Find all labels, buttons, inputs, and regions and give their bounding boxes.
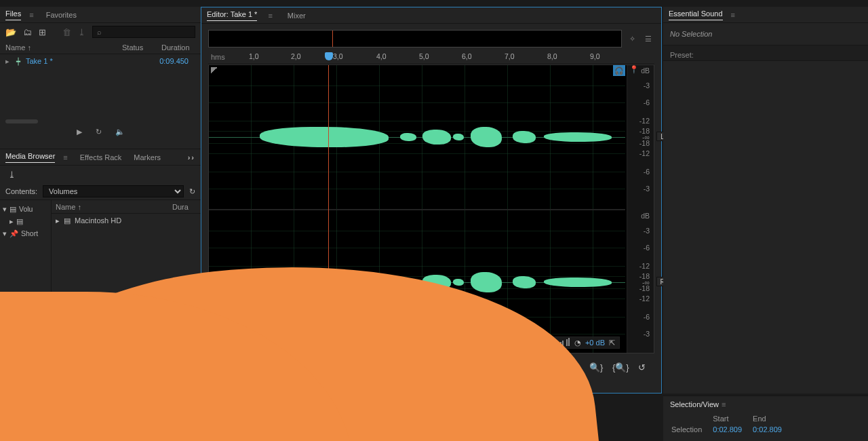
- tab-editor[interactable]: Editor: Take 1 *: [207, 10, 257, 21]
- tab-media-browser[interactable]: Media Browser: [5, 152, 55, 163]
- zoom-out-icon[interactable]: 🔍-: [483, 362, 495, 372]
- preview-play-icon[interactable]: ▶: [77, 366, 82, 375]
- col-name[interactable]: Name ↑: [56, 203, 172, 211]
- playhead-handle[interactable]: [325, 52, 333, 60]
- overflow-icon[interactable]: ››: [188, 153, 195, 161]
- overview-track[interactable]: [208, 30, 622, 47]
- chevron-right-icon[interactable]: ▸: [9, 217, 14, 225]
- tree-node-volumes[interactable]: ▾ ▤ Volu: [3, 203, 48, 215]
- headphones-icon[interactable]: 🎧: [613, 65, 625, 76]
- tree-node-drive[interactable]: ▸ ▤: [3, 215, 48, 227]
- chevron-down-icon[interactable]: ▾: [3, 229, 7, 237]
- file-row[interactable]: ▸ ┿ Take 1 * 0:09.450: [0, 54, 201, 68]
- waveform-icon: ┿: [16, 58, 20, 65]
- go-end-button[interactable]: ▶▎: [353, 362, 366, 372]
- contents-label: Contents:: [5, 187, 37, 195]
- list-item[interactable]: ▸ ▤ Macintosh HD: [52, 214, 201, 227]
- open-file-icon[interactable]: 📂: [5, 27, 16, 37]
- zoom-sel-in-icon[interactable]: {🔍: [566, 362, 578, 372]
- zoom-sel-out-icon[interactable]: 🔍}: [589, 362, 601, 372]
- preview-loop-icon[interactable]: ↻: [96, 128, 102, 136]
- drive-icon: ▤: [16, 217, 23, 225]
- rewind-button[interactable]: ◀◀: [307, 362, 319, 372]
- chevron-right-icon[interactable]: ▸: [56, 216, 60, 225]
- skip-selection-button[interactable]: ⇥⇤: [422, 362, 435, 372]
- preview-loop-icon[interactable]: ↻: [96, 366, 102, 375]
- pause-button[interactable]: ▮▮: [261, 362, 273, 372]
- drive-icon: ▤: [9, 205, 16, 213]
- loop-button[interactable]: ↻: [399, 362, 412, 372]
- hamburger-icon[interactable]: ≡: [731, 11, 735, 19]
- preview-autoplay-icon[interactable]: 🔈: [115, 128, 125, 136]
- gain-indicator[interactable]: ◔ +0 dB ⇱: [553, 337, 620, 349]
- disclosure-icon[interactable]: ▸: [5, 57, 11, 66]
- zoom-sel-icon[interactable]: {🔍}: [612, 362, 625, 372]
- tab-mixer[interactable]: Mixer: [288, 12, 306, 20]
- ruler-tick: 2,0: [291, 52, 301, 60]
- new-file-icon[interactable]: ⊞: [39, 27, 46, 37]
- selection-end[interactable]: 0:02.809: [753, 425, 791, 434]
- open-recent-icon[interactable]: 🗂: [23, 27, 32, 37]
- preset-label: Preset:: [663, 45, 868, 61]
- overview-list-icon[interactable]: ☰: [642, 33, 654, 45]
- stop-button[interactable]: ■: [215, 362, 227, 372]
- col-dur[interactable]: Dura: [172, 203, 197, 211]
- drive-icon: ▤: [64, 216, 71, 225]
- col-duration[interactable]: Duration: [161, 43, 195, 52]
- time-ruler[interactable]: hms 1,0 2,0 3,0 4,0 5,0 6,0 7,0 8,0 9,0: [208, 51, 654, 64]
- col-name[interactable]: Name ↑: [5, 43, 114, 52]
- ruler-tick: 5,0: [419, 52, 429, 60]
- contents-select[interactable]: Volumes: [43, 185, 184, 197]
- hamburger-icon[interactable]: ≡: [268, 12, 272, 20]
- ruler-tick: 7,0: [505, 52, 515, 60]
- tab-files[interactable]: Files: [5, 9, 21, 20]
- ruler-tick: 1,0: [249, 52, 259, 60]
- hamburger-icon[interactable]: ≡: [29, 11, 33, 19]
- level-bars-icon: [558, 338, 570, 347]
- playhead-line[interactable]: [328, 65, 329, 353]
- gain-value: +0 dB: [585, 339, 605, 347]
- trash-icon: 🗑: [62, 27, 71, 37]
- zoom-reset-icon[interactable]: 🔍↺: [506, 357, 518, 377]
- overview-zoom-icon[interactable]: ✧: [626, 33, 638, 45]
- play-button[interactable]: ▶: [238, 362, 250, 372]
- tab-effects-rack[interactable]: Effects Rack: [80, 153, 122, 161]
- file-name: Take 1 *: [26, 57, 151, 65]
- pin-icon: 📌: [9, 229, 18, 238]
- ruler-tick: 9,0: [590, 52, 600, 60]
- ruler-tick: 3,0: [333, 52, 343, 60]
- preview-play-icon[interactable]: ▶: [77, 128, 82, 136]
- row-selection: Selection: [671, 425, 711, 434]
- waveform-area[interactable]: dB -3 -6 -12 -18 -∞ -18 -12 -6 -3 dB -3 …: [208, 64, 654, 353]
- preview-autoplay-icon[interactable]: 🔈: [115, 366, 125, 375]
- tab-selection-view[interactable]: Selection/View: [670, 400, 719, 408]
- pin-icon[interactable]: 📍: [629, 65, 639, 76]
- record-button[interactable]: ●: [376, 362, 389, 372]
- chevron-down-icon[interactable]: ▾: [3, 205, 7, 213]
- fade-in-handle[interactable]: [211, 67, 218, 74]
- download-icon[interactable]: ⤓: [5, 170, 18, 179]
- import-icon: ⤓: [78, 27, 85, 37]
- hamburger-icon[interactable]: ≡: [722, 400, 726, 408]
- tab-markers[interactable]: Markers: [134, 153, 161, 161]
- refresh-icon[interactable]: ↻: [189, 187, 195, 196]
- tree-node-shortcuts[interactable]: ▾ 📌 Short: [3, 227, 48, 239]
- tab-favorites[interactable]: Favorites: [46, 11, 77, 19]
- ruler-unit: hms: [211, 53, 225, 61]
- tab-essential-sound[interactable]: Essential Sound: [669, 9, 723, 20]
- zoom-full-icon[interactable]: ⤢: [529, 362, 541, 372]
- col-start: Start: [713, 414, 751, 423]
- cycle-icon[interactable]: ↺: [635, 362, 648, 372]
- col-status[interactable]: Status: [122, 43, 153, 52]
- search-input[interactable]: [92, 26, 195, 38]
- ruler-tick: 4,0: [376, 52, 387, 60]
- file-duration: 0:09.450: [156, 57, 195, 65]
- pin-icon[interactable]: ⇱: [609, 339, 615, 347]
- db-scale: dB -3 -6 -12 -18 -∞ -18 -12 -6 -3 dB -3 …: [627, 65, 654, 353]
- zoom-in-icon[interactable]: 🔍+: [460, 357, 472, 377]
- go-start-button[interactable]: ▎◀: [284, 362, 296, 372]
- hamburger-icon[interactable]: ≡: [63, 153, 67, 161]
- selection-start[interactable]: 0:02.809: [713, 425, 751, 434]
- col-end: End: [753, 414, 791, 423]
- forward-button[interactable]: ▶▶: [330, 362, 342, 372]
